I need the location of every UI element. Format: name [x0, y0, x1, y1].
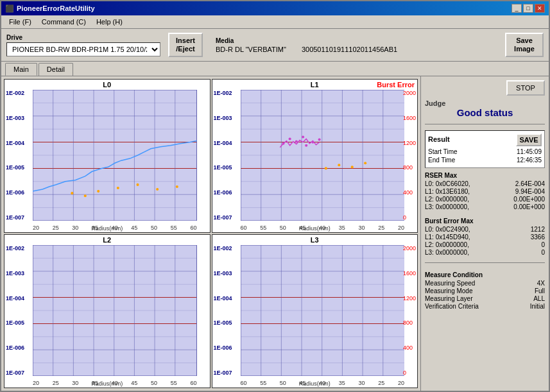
- y-axis-r-l3: 2000 1600 1200 800 400 0: [403, 245, 416, 376]
- measure-title: Measure Condition: [425, 271, 545, 278]
- title-bar-controls: _ □ ✕: [511, 4, 545, 13]
- rser-addr-1: L1: 0x13E6180,: [425, 188, 470, 195]
- rser-val-1: 9.94E-004: [515, 188, 545, 195]
- measure-label-2: Measuring Layer: [425, 295, 472, 302]
- x-radius-l2: Radius(mm): [91, 380, 123, 387]
- measure-section: Measure Condition Measuring Speed 4X Mea…: [425, 271, 545, 311]
- save-image-button[interactable]: SaveImage: [505, 33, 544, 57]
- burst-addr-1: L1: 0x145D940,: [425, 234, 470, 241]
- rser-row-0: L0: 0x0C66020, 2.64E-004: [425, 180, 545, 187]
- menu-help[interactable]: Help (H): [91, 17, 128, 27]
- rser-row-2: L2: 0x0000000, 0.00E+000: [425, 196, 545, 203]
- chart-l3-title: L3: [311, 236, 319, 244]
- chart-l3-svg: [241, 245, 405, 376]
- svg-point-24: [117, 187, 119, 189]
- chart-l2: L2 1E-002 1E-003 1E-004 1E-005 1E-006 1E…: [4, 234, 211, 388]
- burst-val-2: 0: [541, 241, 545, 248]
- main-window: ⬛ PioneerErrorRateUtility _ □ ✕ File (F)…: [0, 0, 550, 392]
- burst-addr-0: L0: 0x0C24900,: [425, 226, 470, 233]
- chart-l1-svg: [241, 90, 405, 221]
- chart-l3: L3 1E-002 1E-003 1E-004 1E-005 1E-006 1E…: [212, 234, 418, 388]
- media-group: Media BD-R DL "VERBATIM" 300501101911102…: [216, 37, 397, 53]
- svg-point-23: [97, 190, 99, 192]
- rser-addr-2: L2: 0x0000000,: [425, 196, 469, 203]
- measure-row-2: Measuring Layer ALL: [425, 295, 545, 302]
- rser-addr-0: L0: 0x0C66020,: [425, 180, 470, 187]
- menu-file[interactable]: File (F): [4, 17, 37, 27]
- rser-title: RSER Max: [425, 172, 545, 179]
- measure-label-1: Measuring Mode: [425, 287, 472, 294]
- measure-row-3: Verification Criteria Initial: [425, 303, 545, 310]
- svg-point-27: [176, 185, 178, 188]
- save-button[interactable]: SAVE: [516, 133, 542, 146]
- tab-main[interactable]: Main: [5, 63, 37, 76]
- chart-l0: L0 1E-002 1E-003 1E-004 1E-005 1E-006 1E…: [4, 79, 211, 233]
- tab-detail[interactable]: Detail: [39, 63, 73, 76]
- burst-error-title: Burst Error: [377, 81, 415, 89]
- charts-area: L0 1E-002 1E-003 1E-004 1E-005 1E-006 1E…: [1, 76, 420, 391]
- measure-label-3: Verification Criteria: [425, 303, 479, 310]
- drive-group: Drive PIONEER BD-RW BDR-PR1M 1.75 20/10/…: [6, 34, 160, 56]
- rser-val-2: 0.00E+000: [513, 196, 545, 203]
- svg-point-21: [71, 192, 73, 194]
- y-axis-l1: 1E-002 1E-003 1E-004 1E-005 1E-006 1E-00…: [214, 90, 232, 221]
- svg-point-25: [136, 183, 139, 186]
- title-bar: ⬛ PioneerErrorRateUtility _ □ ✕: [1, 1, 549, 15]
- result-section: Result SAVE Start Time 11:45:09 End Time…: [425, 130, 545, 168]
- media-serial: 300501101911102011456AB1: [302, 46, 397, 53]
- y-axis-l2: 1E-002 1E-003 1E-004 1E-005 1E-006 1E-00…: [6, 245, 24, 376]
- drive-select[interactable]: PIONEER BD-RW BDR-PR1M 1.75 20/10/26: [6, 42, 160, 56]
- svg-point-49: [282, 142, 284, 145]
- close-button[interactable]: ✕: [535, 4, 545, 13]
- chart-l1-title: L1: [311, 81, 319, 89]
- stop-button[interactable]: STOP: [506, 80, 545, 96]
- burst-row-0: L0: 0x0C24900, 1212: [425, 226, 545, 233]
- measure-val-0: 4X: [537, 280, 545, 287]
- svg-point-50: [288, 137, 291, 140]
- maximize-button[interactable]: □: [523, 4, 533, 13]
- measure-label-0: Measuring Speed: [425, 280, 475, 287]
- menu-bar: File (F) Command (C) Help (H): [1, 15, 549, 29]
- svg-point-54: [311, 141, 314, 144]
- end-time-row: End Time 12:46:35: [428, 157, 542, 164]
- rser-section: RSER Max L0: 0x0C66020, 2.64E-004 L1: 0x…: [425, 172, 545, 211]
- insert-eject-button[interactable]: Insert/Eject: [168, 33, 203, 57]
- media-name: BD-R DL "VERBATIM": [216, 46, 286, 53]
- right-panel: STOP Judge Good status Result SAVE Start…: [420, 76, 549, 391]
- divider-2: [425, 262, 545, 263]
- x-radius-l3: Radius(mm): [299, 380, 331, 387]
- measure-row-1: Measuring Mode Full: [425, 287, 545, 294]
- svg-point-59: [364, 162, 366, 164]
- burst-addr-2: L2: 0x0000000,: [425, 241, 469, 248]
- svg-point-57: [338, 164, 340, 166]
- burst-row-3: L3: 0x0000000, 0: [425, 249, 545, 256]
- chart-l0-title: L0: [103, 81, 111, 89]
- start-time-row: Start Time 11:45:09: [428, 148, 542, 155]
- end-time-label: End Time: [428, 157, 455, 164]
- chart-l2-title: L2: [103, 236, 111, 244]
- media-row: BD-R DL "VERBATIM" 300501101911102011456…: [216, 46, 397, 53]
- minimize-button[interactable]: _: [511, 4, 522, 13]
- media-label: Media: [216, 37, 397, 44]
- y-axis-l3: 1E-002 1E-003 1E-004 1E-005 1E-006 1E-00…: [214, 245, 232, 376]
- rser-row-1: L1: 0x13E6180, 9.94E-004: [425, 188, 545, 195]
- judge-label: Judge: [425, 99, 545, 107]
- burst-row-1: L1: 0x145D940, 3366: [425, 234, 545, 241]
- window-title: PioneerErrorRateUtility: [17, 4, 95, 12]
- burst-val-1: 3366: [531, 234, 545, 241]
- svg-point-22: [84, 194, 87, 197]
- rser-val-0: 2.64E-004: [515, 180, 545, 187]
- chart-l1: L1 Burst Error 1E-002 1E-003 1E-004 1E-0…: [212, 79, 418, 233]
- rser-addr-3: L3: 0x0000000,: [425, 203, 469, 210]
- svg-point-58: [350, 166, 353, 168]
- judge-value: Good status: [425, 107, 545, 118]
- x-radius-l0: Radius(mm): [91, 225, 123, 232]
- rser-val-3: 0.00E+000: [513, 203, 545, 210]
- x-radius-l1: Radius(mm): [299, 225, 331, 232]
- measure-val-3: Initial: [530, 303, 545, 310]
- burst-val-0: 1212: [531, 226, 545, 233]
- y-axis-l0: 1E-002 1E-003 1E-004 1E-005 1E-006 1E-00…: [6, 90, 24, 221]
- content-area: L0 1E-002 1E-003 1E-004 1E-005 1E-006 1E…: [1, 76, 549, 391]
- menu-command[interactable]: Command (C): [37, 17, 91, 27]
- burst-addr-3: L3: 0x0000000,: [425, 249, 469, 256]
